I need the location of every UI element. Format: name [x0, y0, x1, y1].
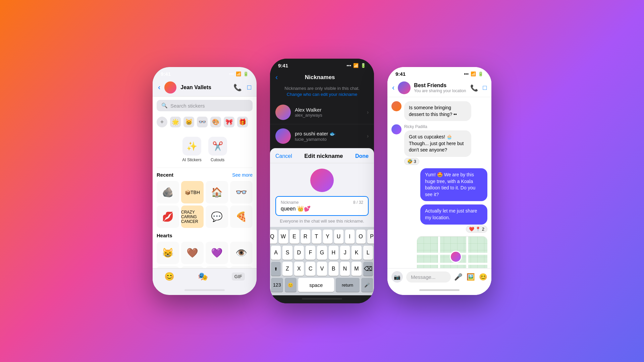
tab-add[interactable]: +	[157, 117, 167, 127]
nicknames-header: ‹ Nicknames	[270, 70, 374, 85]
nickname-input-wrap[interactable]: Nickname queen 👑💕 8 / 32	[275, 196, 369, 216]
key-return[interactable]: return	[336, 278, 360, 292]
tab-icon-3[interactable]: 👓	[197, 117, 208, 127]
back-button-2[interactable]: ‹	[275, 73, 278, 82]
key-numbers[interactable]: 123	[271, 278, 283, 292]
gif-tab[interactable]: GIF	[232, 273, 245, 281]
msg-row-2: Ricky Padilla Got us cupcakes! 🧁 Though.…	[391, 124, 487, 165]
sticker-tab[interactable]: 🎭	[198, 272, 208, 281]
key-f[interactable]: F	[306, 246, 315, 260]
sticker-5[interactable]: 💋	[157, 205, 179, 228]
map-road-h2	[417, 263, 487, 265]
tab-icon-1[interactable]: 🌟	[170, 117, 181, 127]
recent-header: Recent See more	[157, 172, 253, 178]
key-x[interactable]: X	[294, 262, 304, 276]
sticker-4[interactable]: 👓	[230, 181, 253, 203]
heart-sticker-2[interactable]: 🤎	[181, 242, 204, 264]
mic-icon[interactable]: 🎤	[454, 273, 463, 281]
nickname-counter: 8 / 32	[353, 200, 363, 205]
heart-sticker-1[interactable]: 😸	[157, 242, 179, 264]
key-u[interactable]: U	[334, 230, 343, 244]
hearts-label: Hearts	[157, 233, 172, 238]
key-k[interactable]: K	[352, 246, 361, 260]
chevron-1: ›	[367, 109, 369, 115]
key-v[interactable]: V	[317, 262, 327, 276]
status-bar-1: 9:41 ▪▪▪ 📶 🔋	[153, 67, 257, 79]
back-button-3[interactable]: ‹	[392, 83, 394, 92]
key-m[interactable]: M	[352, 262, 361, 276]
key-a[interactable]: A	[271, 246, 281, 260]
key-l[interactable]: L	[363, 246, 373, 260]
key-backspace[interactable]: ⌫	[363, 262, 373, 276]
key-n[interactable]: N	[340, 262, 350, 276]
video-icon-3[interactable]: □	[483, 84, 487, 92]
key-row-2: A S D F G H J K L	[271, 246, 373, 260]
key-mic[interactable]: 🎤	[361, 278, 373, 292]
tab-icon-6[interactable]: 🎁	[237, 117, 248, 127]
chat-title: Best Friends	[414, 82, 467, 88]
tab-icon-5[interactable]: 🎀	[224, 117, 234, 127]
key-w[interactable]: W	[279, 230, 288, 244]
key-space[interactable]: space	[298, 278, 334, 292]
sticker-6[interactable]: CRAZY CARING CANCER	[181, 205, 204, 228]
camera-button[interactable]: 📷	[391, 271, 403, 283]
sticker-1[interactable]: 🪨	[157, 181, 179, 203]
phone-icon-1[interactable]: 📞	[233, 83, 242, 92]
key-t[interactable]: T	[312, 230, 321, 244]
key-h[interactable]: H	[329, 246, 338, 260]
recent-stickers: 🪨 📦TBH 🏠 👓 💋 CRAZY CARING CANCER 💬 🍕	[157, 181, 253, 228]
back-button-1[interactable]: ‹	[158, 83, 160, 92]
key-shift[interactable]: ⬆	[271, 262, 281, 276]
key-emoji[interactable]: 😊	[285, 278, 297, 292]
key-g[interactable]: G	[317, 246, 327, 260]
sticker-8[interactable]: 🍕	[230, 205, 253, 228]
key-q[interactable]: Q	[270, 230, 277, 244]
key-s[interactable]: S	[282, 246, 292, 260]
nicknames-info: Nicknames are only visible in this chat.	[284, 86, 359, 91]
cancel-button[interactable]: Cancel	[275, 153, 292, 159]
tab-icon-2[interactable]: 😸	[183, 117, 194, 127]
key-j[interactable]: J	[340, 246, 350, 260]
key-z[interactable]: Z	[282, 262, 292, 276]
key-i[interactable]: I	[345, 230, 355, 244]
message-input[interactable]: Message...	[406, 272, 451, 283]
home-indicator-2	[270, 295, 374, 303]
emoji-icon[interactable]: 😊	[479, 273, 487, 281]
key-b[interactable]: B	[329, 262, 338, 276]
nickname-input[interactable]: queen 👑💕	[281, 206, 311, 212]
sticker-7[interactable]: 💬	[206, 205, 228, 228]
tab-icon-4[interactable]: 🎨	[210, 117, 221, 127]
gallery-icon[interactable]: 🖼️	[467, 273, 475, 281]
key-e[interactable]: E	[290, 230, 299, 244]
cutouts[interactable]: ✂️ Cutouts	[208, 137, 227, 162]
see-more-btn[interactable]: See more	[232, 172, 253, 178]
search-placeholder: Search stickers	[170, 103, 205, 109]
search-bar[interactable]: 🔍 Search stickers	[157, 100, 253, 111]
nickname-item-2[interactable]: pro sushi eater 🐟 lucie_yamamoto ›	[270, 124, 374, 148]
key-y[interactable]: Y	[323, 230, 332, 244]
nicknames-title: Nicknames	[278, 74, 362, 81]
key-p[interactable]: P	[367, 230, 374, 244]
sticker-3[interactable]: 🏠	[206, 181, 228, 203]
battery-3: 🔋	[478, 71, 483, 76]
key-c[interactable]: C	[306, 262, 315, 276]
key-o[interactable]: O	[356, 230, 366, 244]
sticker-bottom-bar: 😊 🎭 GIF	[153, 268, 257, 287]
heart-sticker-4[interactable]: 👁️	[230, 242, 253, 264]
heart-sticker-3[interactable]: 💜	[206, 242, 228, 264]
video-icon-1[interactable]: □	[247, 83, 251, 92]
done-button[interactable]: Done	[355, 153, 369, 159]
msg-row-3: Yum! 🤩 We are by this huge tree, with a …	[391, 168, 487, 201]
ai-stickers[interactable]: ✨ AI Stickers	[182, 137, 201, 162]
key-r[interactable]: R	[301, 230, 310, 244]
sticker-2[interactable]: 📦TBH	[181, 181, 204, 203]
nickname-item-1[interactable]: Alex Walker alex_anyways ›	[270, 101, 374, 124]
nicknames-subtitle: Nicknames are only visible in this chat.…	[270, 85, 374, 101]
msg-avatar-2	[391, 124, 401, 134]
special-stickers: ✨ AI Stickers ✂️ Cutouts	[157, 133, 253, 168]
key-d[interactable]: D	[294, 246, 304, 260]
phone-icon-3[interactable]: 📞	[470, 84, 478, 92]
emoji-tab[interactable]: 😊	[164, 272, 174, 281]
nicknames-link[interactable]: Change who can edit your nickname	[287, 92, 357, 97]
time-3: 9:41	[395, 71, 406, 77]
